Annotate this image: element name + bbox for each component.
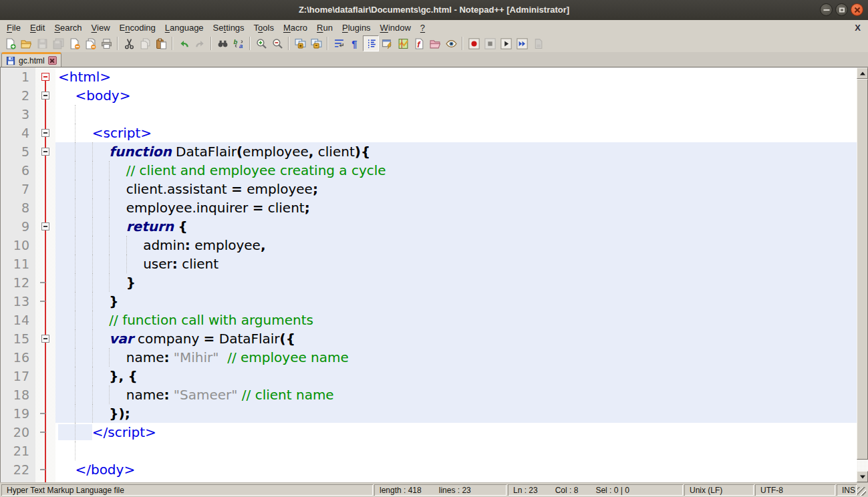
undo-button[interactable]: [176, 35, 192, 51]
line-number: 5: [1, 142, 29, 161]
macro-save-button[interactable]: [530, 35, 546, 51]
tab-label: gc.html: [19, 56, 45, 65]
menu-plugins[interactable]: Plugins: [337, 21, 376, 34]
indent-guide-line: [92, 180, 93, 198]
svg-text:b: b: [233, 38, 237, 45]
indent-guide-line: [75, 367, 76, 385]
scrollbar-thumb[interactable]: [857, 79, 868, 460]
macro-run-multi-button[interactable]: [514, 35, 530, 51]
editor-area: 12345678910111213141516171819202122 <htm…: [0, 67, 868, 482]
user-dialog-button[interactable]: [379, 35, 395, 51]
fold-end-marker: [40, 413, 45, 414]
print-button[interactable]: [98, 35, 114, 51]
indent-guide-line: [75, 273, 76, 292]
code-text-area[interactable]: <html> <body> <script> function DataFlai…: [55, 67, 857, 482]
print-icon: [101, 38, 112, 49]
paste-button[interactable]: [153, 35, 169, 51]
word-wrap-button[interactable]: [331, 35, 347, 51]
close-all-docs-button[interactable]: [82, 35, 98, 51]
macro-play-button[interactable]: [498, 35, 514, 51]
menu-bar: FileEditSearchViewEncodingLanguageSettin…: [0, 20, 868, 35]
fold-collapse-marker[interactable]: [41, 148, 49, 156]
menu-tools[interactable]: Tools: [249, 21, 279, 34]
close-button[interactable]: [851, 3, 863, 16]
redo-button[interactable]: [192, 35, 208, 51]
menu-language[interactable]: Language: [160, 21, 208, 34]
monitoring-button[interactable]: [443, 35, 459, 51]
indent-guide-line: [75, 329, 76, 348]
maximize-button[interactable]: [835, 3, 848, 16]
cut-button[interactable]: [121, 35, 137, 51]
fold-collapse-marker[interactable]: [41, 335, 49, 343]
copy-button[interactable]: [137, 35, 153, 51]
folder-workspace-icon: [430, 38, 441, 49]
sync-horizontal-button[interactable]: [308, 35, 324, 51]
folder-workspace-button[interactable]: [427, 35, 443, 51]
save-button[interactable]: [34, 35, 50, 51]
resize-grip[interactable]: [858, 484, 867, 496]
minimize-button[interactable]: [820, 3, 833, 16]
menu-window[interactable]: Window: [376, 21, 416, 34]
menu-edit[interactable]: Edit: [25, 21, 49, 34]
tab-gc-html[interactable]: gc.html: [1, 52, 61, 67]
indent-guide-line: [92, 161, 93, 180]
replace-button[interactable]: ba: [231, 35, 247, 51]
code-line: // client and employee creating a cycle: [55, 161, 857, 180]
toolbar-separator: [249, 37, 251, 50]
menu-settings[interactable]: Settings: [208, 21, 249, 34]
show-all-chars-button[interactable]: ¶: [347, 35, 363, 51]
new-file-button[interactable]: [2, 35, 18, 51]
code-line: var company = DataFlair({: [55, 329, 857, 348]
zoom-out-button[interactable]: [269, 35, 285, 51]
line-number: 18: [1, 385, 29, 404]
vertical-scrollbar[interactable]: [857, 67, 868, 482]
line-number: 11: [1, 255, 29, 273]
menu-search[interactable]: Search: [49, 21, 86, 34]
toolbar: ba¶f: [0, 35, 868, 52]
menu-macro[interactable]: Macro: [279, 21, 312, 34]
macro-record-button[interactable]: [466, 35, 482, 51]
menu-encoding[interactable]: Encoding: [115, 21, 160, 34]
indent-guide-line: [75, 198, 76, 217]
up-arrow-icon: [860, 71, 865, 75]
indent-guide-button[interactable]: [363, 35, 379, 51]
find-icon: [217, 38, 229, 49]
scrollbar-track[interactable]: [857, 460, 868, 471]
menu-run[interactable]: Run: [312, 21, 337, 34]
function-list-button[interactable]: f: [411, 35, 427, 51]
indent-guide-line: [75, 385, 76, 404]
find-button[interactable]: [214, 35, 231, 51]
indent-guide-line: [75, 255, 76, 273]
close-doc-button[interactable]: [66, 35, 82, 51]
indent-guide-line: [75, 142, 76, 161]
scroll-up-button[interactable]: [857, 67, 868, 79]
indent-guide-line: [92, 367, 93, 385]
scroll-down-button[interactable]: [857, 471, 868, 482]
open-folder-button[interactable]: [18, 35, 34, 51]
close-document-x-button[interactable]: X: [855, 23, 868, 33]
menu-view[interactable]: View: [87, 21, 115, 34]
svg-text:¶: ¶: [351, 39, 357, 49]
doc-map-button[interactable]: [395, 35, 411, 51]
menu-items: FileEditSearchViewEncodingLanguageSettin…: [2, 21, 430, 34]
window-title: Z:\home\dataflair\Documents\gc.html - No…: [0, 0, 868, 20]
macro-stop-button[interactable]: [482, 35, 498, 51]
zoom-in-button[interactable]: [253, 35, 269, 51]
tab-close-button[interactable]: [48, 56, 57, 65]
save-all-button[interactable]: [50, 35, 66, 51]
indent-guide-line: [109, 236, 110, 255]
indent-guide-line: [92, 273, 93, 292]
user-dialog-icon: [382, 38, 393, 49]
indent-guide-line: [75, 217, 76, 236]
toolbar-separator: [327, 37, 328, 50]
fold-collapse-marker[interactable]: [41, 222, 49, 230]
code-line: client.assistant = employee;: [55, 180, 857, 198]
menu-help[interactable]: ?: [416, 21, 430, 34]
menu-file[interactable]: File: [2, 21, 25, 34]
fold-collapse-marker[interactable]: [41, 92, 49, 100]
sync-vertical-button[interactable]: [292, 35, 308, 51]
indent-guide-line: [75, 180, 76, 198]
code-line: </body>: [55, 460, 857, 479]
fold-collapse-marker[interactable]: [41, 73, 49, 81]
fold-collapse-marker[interactable]: [41, 129, 49, 137]
